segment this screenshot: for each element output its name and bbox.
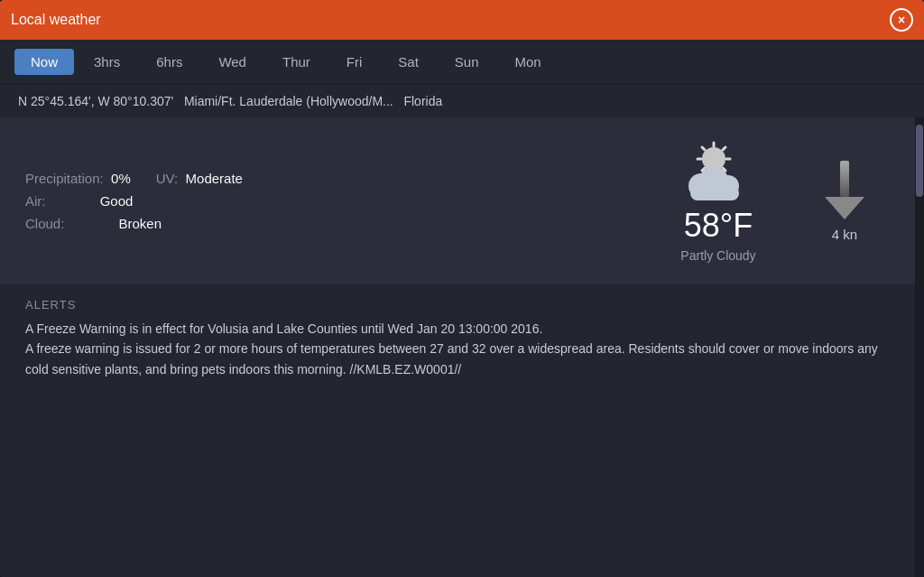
tabs-bar: Now 3hrs 6hrs Wed Thur Fri Sat Sun Mon	[0, 40, 924, 84]
window-title: Local weather	[11, 12, 101, 28]
scrollbar-thumb[interactable]	[916, 125, 923, 197]
tab-mon[interactable]: Mon	[499, 49, 558, 75]
temp-description: 58°F Partly Cloudy	[680, 207, 755, 263]
tab-thur[interactable]: Thur	[266, 49, 327, 75]
location-bar: N 25°45.164', W 80°10.307' Miami/Ft. Lau…	[0, 84, 924, 117]
wind-area: 4 kn	[799, 161, 890, 242]
wind-speed: 4 kn	[832, 227, 857, 242]
svg-line-5	[702, 147, 705, 150]
svg-rect-13	[840, 161, 849, 197]
alerts-header: ALERTS	[0, 285, 915, 319]
tab-sun[interactable]: Sun	[439, 49, 495, 75]
weather-icon-area: 58°F Partly Cloudy	[637, 139, 799, 263]
location-state: Florida	[403, 94, 442, 108]
cloud-row: Cloud: Broken	[25, 216, 637, 231]
coordinates: N 25°45.164', W 80°10.307'	[18, 94, 173, 108]
wind-arrow-icon	[825, 161, 864, 219]
tab-sat[interactable]: Sat	[382, 49, 435, 75]
tab-6hrs[interactable]: 6hrs	[140, 49, 199, 75]
weather-panel: Precipitation: 0% UV: Moderate Air: Good	[0, 117, 915, 285]
cloud-value: Broken	[119, 216, 162, 231]
alerts-content: A Freeze Warning is in effect for Volusi…	[0, 319, 915, 394]
air-row: Air: Good	[25, 193, 637, 209]
weather-stats: Precipitation: 0% UV: Moderate Air: Good	[25, 171, 637, 231]
precipitation-value: 0%	[111, 171, 131, 186]
scrollbar-track[interactable]	[915, 117, 924, 577]
weather-window: Local weather × Now 3hrs 6hrs Wed Thur F…	[0, 0, 924, 577]
alerts-text: A Freeze Warning is in effect for Volusi…	[25, 321, 878, 377]
close-button[interactable]: ×	[890, 8, 913, 32]
alerts-panel: ALERTS A Freeze Warning is in effect for…	[0, 285, 915, 577]
tab-wed[interactable]: Wed	[202, 49, 263, 75]
svg-marker-14	[825, 197, 864, 219]
tab-fri[interactable]: Fri	[330, 49, 379, 75]
air-value: Good	[100, 193, 134, 209]
uv-value: Moderate	[186, 171, 243, 186]
weather-description: Partly Cloudy	[680, 248, 755, 263]
title-bar: Local weather ×	[0, 0, 924, 40]
precipitation-label: Precipitation: 0%	[25, 171, 131, 186]
precip-uv-row: Precipitation: 0% UV: Moderate	[25, 171, 637, 186]
svg-line-7	[723, 147, 725, 150]
partly-cloudy-icon	[676, 139, 762, 207]
tab-now[interactable]: Now	[14, 49, 74, 75]
svg-rect-12	[690, 186, 739, 200]
uv-label-group: UV: Moderate	[156, 171, 243, 186]
temperature: 58°F	[680, 207, 755, 245]
tab-3hrs[interactable]: 3hrs	[78, 49, 136, 75]
location-name: Miami/Ft. Lauderdale (Hollywood/M...	[184, 94, 393, 108]
